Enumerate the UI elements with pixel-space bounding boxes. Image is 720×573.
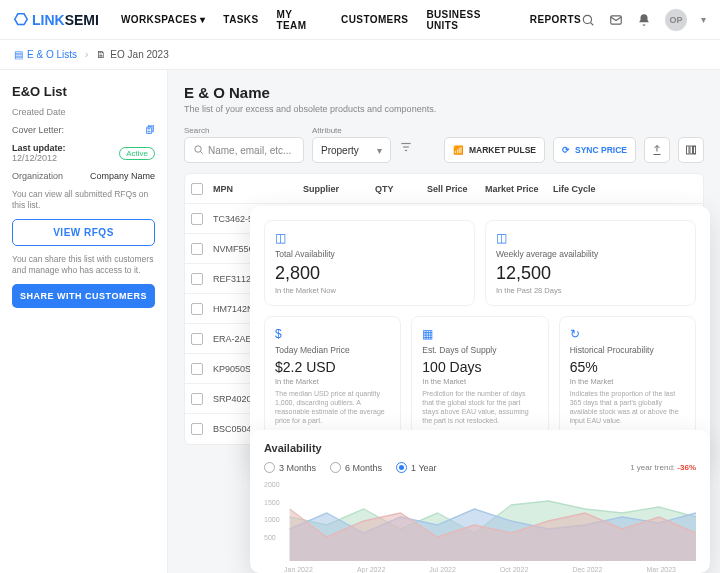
availability-chart: 200015001000500 Jan 2022Apr 2022Jul 2022… <box>264 481 696 561</box>
bell-icon[interactable] <box>637 13 651 27</box>
nav-business-units[interactable]: BUSINESS UNITS <box>426 9 511 31</box>
stat-median-price: $ Today Median Price $2.2 USD In the Mar… <box>264 316 401 436</box>
stat-days-supply: ▦ Est. Days of Supply 100 Days In the Ma… <box>411 316 548 436</box>
attribute-label: Attribute <box>312 126 391 135</box>
page-tagline: The list of your excess and obsolete pro… <box>184 104 704 114</box>
row-checkbox[interactable] <box>191 243 203 255</box>
calendar-icon: ▦ <box>422 327 537 341</box>
sidebar-title: E&O List <box>12 84 155 99</box>
list-icon: ▤ <box>14 49 23 60</box>
attribute-select[interactable]: Property ▾ <box>312 137 391 163</box>
nav-tasks[interactable]: TASKS <box>223 9 258 31</box>
th-market-price[interactable]: Market Price <box>485 184 553 194</box>
search-label: Search <box>184 126 304 135</box>
rfq-note: You can view all submitted RFQs on this … <box>12 189 155 211</box>
nav-my-team[interactable]: MY TEAM <box>277 9 324 31</box>
search-input[interactable]: Name, email, etc... <box>184 137 304 163</box>
toolbar: Search Name, email, etc... Attribute Pro… <box>184 126 704 163</box>
breadcrumb: ▤E & O Lists › 🗎EO Jan 2023 <box>0 40 720 70</box>
trend-label: 1 year trend: -36% <box>630 463 696 472</box>
share-button[interactable]: SHARE WITH CUSTOMERS <box>12 284 155 308</box>
svg-line-4 <box>200 151 202 153</box>
row-checkbox[interactable] <box>191 273 203 285</box>
breadcrumb-parent[interactable]: ▤E & O Lists <box>14 49 77 60</box>
row-checkbox[interactable] <box>191 423 203 435</box>
select-all-checkbox[interactable] <box>191 183 203 195</box>
main-nav: WORKSPACES ▾ TASKS MY TEAM CUSTOMERS BUS… <box>121 9 581 31</box>
th-qty[interactable]: QTY <box>375 184 427 194</box>
export-button[interactable] <box>644 137 670 163</box>
cube-icon: ◫ <box>275 231 464 245</box>
svg-point-3 <box>195 145 201 151</box>
doc-icon: 🗎 <box>96 49 106 60</box>
th-mpn[interactable]: MPN <box>213 184 303 194</box>
share-note: You can share this list with customers a… <box>12 254 155 276</box>
nav-reports[interactable]: REPORTS <box>530 9 581 31</box>
nav-customers[interactable]: CUSTOMERS <box>341 9 408 31</box>
th-sell-price[interactable]: Sell Price <box>427 184 485 194</box>
page-title: E & O Name <box>184 84 704 101</box>
availability-panel: Availability 3 Months 6 Months 1 Year 1 … <box>250 430 710 573</box>
history-icon: ↻ <box>570 327 685 341</box>
cube-icon: ◫ <box>496 231 685 245</box>
last-update-label: Last update: <box>12 143 66 153</box>
row-checkbox[interactable] <box>191 303 203 315</box>
stat-total-availability: ◫ Total Availability 2,800 In the Market… <box>264 220 475 306</box>
row-checkbox[interactable] <box>191 333 203 345</box>
breadcrumb-current: 🗎EO Jan 2023 <box>96 49 168 60</box>
last-update-value: 12/12/2012 <box>12 153 66 163</box>
svg-rect-10 <box>694 146 696 154</box>
mail-icon[interactable] <box>609 13 623 27</box>
stat-weekly-availability: ◫ Weekly average availability 12,500 In … <box>485 220 696 306</box>
chevron-down-icon[interactable]: ▾ <box>701 14 706 25</box>
sidebar: E&O List Created Date Cover Letter: 🗐 La… <box>0 70 168 573</box>
stat-procurability: ↻ Historical Procurability 65% In the Ma… <box>559 316 696 436</box>
availability-heading: Availability <box>264 442 696 454</box>
created-date-label: Created Date <box>12 107 155 117</box>
cover-letter-icon[interactable]: 🗐 <box>146 125 155 135</box>
sync-icon: ⟳ <box>562 145 570 155</box>
sync-price-button[interactable]: ⟳SYNC PRICE <box>553 137 636 163</box>
org-label: Organization <box>12 171 63 181</box>
chevron-down-icon: ▾ <box>200 14 205 25</box>
table-header: MPN Supplier QTY Sell Price Market Price… <box>185 174 703 204</box>
svg-rect-9 <box>690 146 693 154</box>
logo[interactable]: ⎔ LINKSEMI <box>14 10 99 29</box>
view-rfqs-button[interactable]: VIEW RFQS <box>12 219 155 246</box>
logo-icon: ⎔ <box>14 10 28 29</box>
th-life-cycle[interactable]: Life Cycle <box>553 184 605 194</box>
org-value: Company Name <box>90 171 155 181</box>
svg-rect-8 <box>687 146 690 154</box>
range-6-months[interactable]: 6 Months <box>330 462 382 473</box>
avatar[interactable]: OP <box>665 9 687 31</box>
search-icon[interactable] <box>581 13 595 27</box>
stats-panel: ◫ Total Availability 2,800 In the Market… <box>250 206 710 460</box>
row-checkbox[interactable] <box>191 393 203 405</box>
columns-button[interactable] <box>678 137 704 163</box>
dollar-icon: $ <box>275 327 390 341</box>
range-3-months[interactable]: 3 Months <box>264 462 316 473</box>
row-checkbox[interactable] <box>191 363 203 375</box>
svg-line-1 <box>590 22 593 25</box>
svg-point-0 <box>583 15 591 23</box>
filter-icon[interactable] <box>399 140 413 157</box>
range-1-year[interactable]: 1 Year <box>396 462 437 473</box>
row-checkbox[interactable] <box>191 213 203 225</box>
chevron-down-icon: ▾ <box>377 145 382 156</box>
cover-letter-label: Cover Letter: <box>12 125 64 135</box>
market-pulse-button[interactable]: 📶MARKET PULSE <box>444 137 545 163</box>
status-badge: Active <box>119 147 155 160</box>
breadcrumb-separator: › <box>85 49 88 60</box>
topbar: ⎔ LINKSEMI WORKSPACES ▾ TASKS MY TEAM CU… <box>0 0 720 40</box>
pulse-icon: 📶 <box>453 145 464 155</box>
nav-workspaces[interactable]: WORKSPACES ▾ <box>121 9 205 31</box>
search-icon <box>193 144 204 157</box>
th-supplier[interactable]: Supplier <box>303 184 375 194</box>
